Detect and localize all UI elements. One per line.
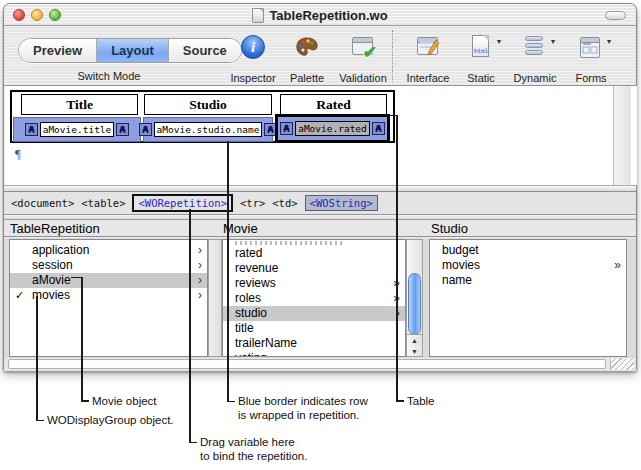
callout-label-drag-variable: Drag variable here to bind the repetitio…	[200, 436, 307, 463]
binding-person-icon	[25, 123, 38, 136]
movie-column-scrollbar[interactable]: ▲ ▼	[406, 239, 423, 357]
binding-person-icon	[372, 122, 385, 135]
tab-preview[interactable]: Preview	[19, 39, 96, 62]
validation-button[interactable]: ✔ Validation	[333, 32, 393, 84]
interface-button[interactable]: Interface	[400, 32, 456, 84]
list-item[interactable]: title	[223, 321, 405, 336]
path-item-tr[interactable]: <tr>	[240, 197, 265, 209]
browser-header-band: TableRepetition Movie Studio	[4, 220, 636, 237]
switch-mode-segmented-control: Preview Layout Source	[18, 38, 242, 63]
static-icon: html ▾	[468, 34, 494, 60]
toolbar: Preview Layout Source Switch Mode i Insp…	[4, 26, 636, 86]
dynamic-button[interactable]: ▾ Dynamic	[508, 32, 562, 84]
path-item-worepetition[interactable]: <WORepetition>	[132, 194, 233, 212]
dynamic-icon: ▾	[522, 34, 548, 60]
path-item-td[interactable]: <td>	[272, 197, 297, 209]
chevron-right-icon: ›	[198, 273, 202, 288]
wostring-cell-studio[interactable]: aMovie.studio.name	[143, 117, 273, 142]
switch-mode-label: Switch Mode	[18, 70, 200, 82]
table-header-cell[interactable]: Studio	[144, 94, 272, 115]
wostring-cell-title[interactable]: aMovie.title	[13, 117, 141, 142]
callout-line-drag-variable	[189, 209, 191, 443]
scrollbar-thumb[interactable]	[408, 273, 421, 335]
forms-icon: ▾	[578, 34, 604, 60]
list-item[interactable]: voting›	[223, 351, 405, 357]
list-item[interactable]: session›	[10, 258, 207, 273]
list-item[interactable]: budget	[430, 243, 626, 258]
path-item-table[interactable]: <table>	[81, 197, 125, 209]
list-item[interactable]: reviews»	[223, 276, 405, 291]
callout-line-wodisplaygroup	[36, 296, 38, 421]
browser-column-tablerepetition: application› session› aMovie› ✓movies›	[9, 239, 208, 357]
scroll-down-icon[interactable]: ▼	[407, 346, 422, 357]
horizontal-scrollbar-track[interactable]	[8, 359, 606, 369]
title-bar[interactable]: TableRepetition.wo	[4, 4, 636, 26]
callout-label-wodisplaygroup: WODisplayGroup object.	[47, 414, 174, 428]
resize-grip[interactable]	[610, 358, 634, 370]
app-window: TableRepetition.wo Preview Layout Source…	[3, 3, 637, 371]
object-browser: application› session› aMovie› ✓movies› r…	[4, 238, 636, 358]
list-item[interactable]: name	[430, 273, 626, 288]
callout-line-table	[396, 400, 404, 402]
static-button[interactable]: html ▾ Static	[459, 32, 503, 84]
list-item[interactable]: roles»	[223, 291, 405, 306]
palette-icon	[294, 34, 320, 60]
list-item[interactable]: movies»	[430, 258, 626, 273]
chevron-down-icon: ▾	[607, 37, 611, 46]
list-item[interactable]: ✓movies›	[10, 288, 207, 303]
forms-button[interactable]: ▾ Forms	[567, 32, 615, 84]
chevron-right-icon: ›	[198, 288, 202, 303]
html-table-element[interactable]: Title Studio Rated aMovie.title aMovie.s…	[10, 90, 395, 143]
layout-editor-pane[interactable]: Title Studio Rated aMovie.title aMovie.s…	[5, 86, 637, 185]
table-header-cell[interactable]: Title	[21, 94, 138, 115]
browser-column-header: Studio	[431, 221, 468, 236]
bottom-bar	[4, 358, 636, 371]
wostring-cell-rated-selected[interactable]: aMovie.rated	[275, 114, 390, 143]
callout-label-blue-border: Blue border indicates row is wrapped in …	[238, 395, 368, 422]
list-item-selected[interactable]: studio›	[223, 306, 405, 321]
validation-icon: ✔	[350, 34, 376, 60]
scroll-up-icon[interactable]: ▲	[407, 335, 422, 346]
interface-icon	[415, 34, 441, 60]
double-chevron-icon: »	[614, 258, 621, 273]
list-item-selected[interactable]: aMovie›	[10, 273, 207, 288]
paragraph-mark: ¶	[15, 146, 21, 162]
chevron-down-icon: ▾	[551, 37, 555, 46]
checkmark-icon: ✓	[15, 288, 24, 303]
layout-pane-scrollbar[interactable]	[613, 86, 631, 185]
callout-label-movie-object: Movie object	[92, 395, 157, 409]
splitter[interactable]	[4, 185, 636, 192]
palette-button[interactable]: Palette	[284, 32, 330, 84]
list-item[interactable]: rated	[223, 246, 405, 261]
list-item[interactable]: application›	[10, 243, 207, 258]
chevron-right-icon: ›	[198, 258, 202, 273]
callout-line-blue-border	[227, 401, 235, 403]
list-item[interactable]: trailerName	[223, 336, 405, 351]
browser-column-header: TableRepetition	[10, 221, 100, 236]
element-path-bar: <document> <table> <WORepetition> <tr> <…	[4, 192, 636, 215]
callout-line-wodisplaygroup	[36, 420, 44, 422]
path-item-wostring[interactable]: <WOString>	[305, 195, 378, 211]
chevron-right-icon: ›	[198, 243, 202, 258]
browser-column-studio: budget movies» name	[429, 239, 627, 357]
list-item[interactable]: revenue	[223, 261, 405, 276]
binding-person-icon	[280, 122, 293, 135]
toolbar-toggle-button[interactable]	[605, 11, 626, 20]
browser-column-movie: rated revenue reviews» roles» studio› ti…	[222, 239, 406, 357]
binding-value[interactable]: aMovie.studio.name	[154, 122, 263, 137]
callout-line-drag-variable	[189, 442, 197, 444]
screenshot-stage: TableRepetition.wo Preview Layout Source…	[0, 0, 641, 470]
chevron-down-icon: ▾	[497, 37, 501, 46]
tab-layout[interactable]: Layout	[96, 39, 168, 62]
callout-line-table	[396, 115, 398, 402]
binding-value[interactable]: aMovie.rated	[295, 121, 370, 136]
inspector-button[interactable]: i Inspector	[225, 32, 281, 84]
callout-line-movie-object	[81, 400, 89, 402]
callout-label-table: Table	[407, 395, 435, 409]
column-scrollbar-track[interactable]	[208, 239, 222, 357]
table-header-cell[interactable]: Rated	[280, 94, 387, 115]
window-title: TableRepetition.wo	[269, 8, 387, 23]
binding-value[interactable]: aMovie.title	[40, 122, 115, 137]
path-item-document[interactable]: <document>	[11, 197, 74, 209]
callout-line-movie-object	[81, 277, 83, 402]
